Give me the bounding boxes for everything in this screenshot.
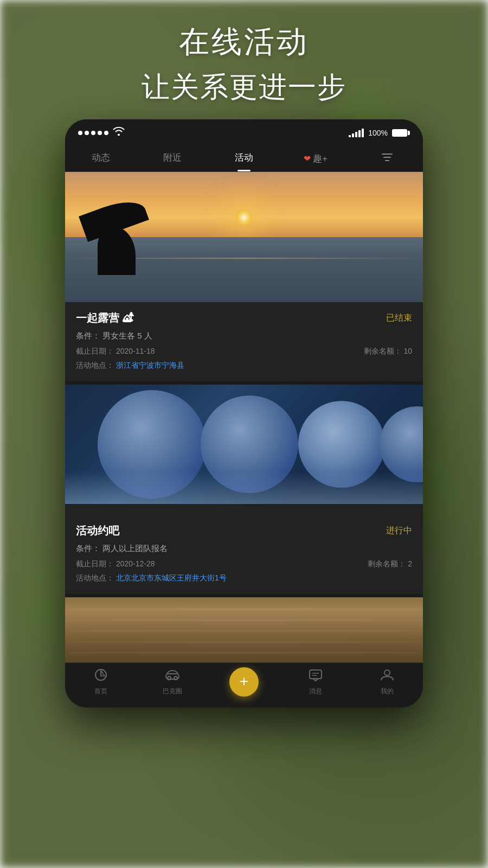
card1-title-row: 一起露营 🏕 已结束 [76, 311, 412, 326]
battery-percent: 100% [368, 129, 388, 137]
message-icon [309, 668, 323, 685]
sunset-sun [236, 209, 252, 226]
card2-remaining: 剩余名额： 2 [368, 559, 412, 569]
status-left [78, 127, 125, 138]
card1-location: 活动地点： 浙江省宁波市宁海县 [76, 361, 412, 371]
card1-remaining: 剩余名额： 10 [364, 347, 412, 356]
dot2 [85, 131, 89, 135]
nav-message-label: 消息 [309, 687, 322, 696]
card1-location-link[interactable]: 浙江省宁波市宁海县 [116, 361, 184, 369]
tab-fujin[interactable]: 附近 [137, 148, 208, 169]
nav-bakequan[interactable]: 巴克圈 [137, 668, 208, 696]
nav-home-label: 首页 [94, 687, 107, 696]
card2-deadline: 截止日期： 2020-12-28 [76, 559, 155, 569]
nav-tabs: 动态 附近 活动 ❤ 趣+ [65, 143, 423, 172]
card2-image [65, 385, 423, 515]
card2-location-link[interactable]: 北京北京市东城区王府井大街1号 [116, 573, 227, 582]
phone-container: 100% 动态 附近 活动 ❤ 趣+ [65, 119, 423, 707]
svg-point-12 [384, 670, 390, 675]
card2-condition: 条件： 两人以上团队报名 [76, 544, 412, 554]
nav-message[interactable]: 消息 [280, 668, 351, 696]
dot4 [98, 131, 102, 135]
title-line2: 让关系更进一步 [0, 68, 488, 106]
tab-qu-plus[interactable]: ❤ 趣+ [280, 148, 351, 169]
water-image [65, 597, 423, 662]
status-right: 100% [349, 129, 410, 137]
tab-dongtai-label: 动态 [92, 152, 110, 163]
signal-bars [349, 129, 364, 137]
tab-fujin-label: 附近 [163, 152, 182, 163]
activity-card-3-partial [65, 597, 423, 662]
nav-home[interactable]: 首页 [65, 668, 137, 696]
battery-tip [408, 131, 410, 135]
ripple5 [65, 652, 423, 654]
card1-info: 一起露营 🏕 已结束 条件： 男女生各 5 人 截止日期： 2020-11-18 [65, 302, 423, 381]
card3-image-partial [65, 597, 423, 662]
card1-meta: 截止日期： 2020-11-18 剩余名额： 10 [76, 347, 412, 356]
bar5 [362, 129, 364, 137]
tab-huodong-label: 活动 [235, 152, 253, 163]
ripple4 [65, 641, 423, 643]
card1-image [65, 172, 423, 302]
ripple3 [65, 630, 423, 632]
status-bar: 100% [65, 119, 423, 143]
home-icon [94, 668, 108, 685]
dot5 [104, 131, 108, 135]
card1-status: 已结束 [386, 312, 412, 324]
activity-card-2: 活动约吧 进行中 条件： 两人以上团队报名 截止日期： 2020-12-28 [65, 385, 423, 594]
nav-plus[interactable]: + [208, 667, 280, 697]
bar2 [352, 133, 354, 137]
activity-card-1: 一起露营 🏕 已结束 条件： 男女生各 5 人 截止日期： 2020-11-18 [65, 172, 423, 381]
tab-qu-plus-label: 趣+ [313, 152, 328, 165]
plus-button[interactable]: + [229, 667, 259, 697]
nav-bakequan-label: 巴克圈 [163, 687, 182, 696]
tab-huodong[interactable]: 活动 [208, 148, 280, 169]
content-area: 一起露营 🏕 已结束 条件： 男女生各 5 人 截止日期： 2020-11-18 [65, 172, 423, 662]
phone: 100% 动态 附近 活动 ❤ 趣+ [65, 119, 423, 707]
card2-location: 活动地点： 北京北京市东城区王府井大街1号 [76, 573, 412, 583]
nav-mine[interactable]: 我的 [351, 668, 423, 696]
nav-mine-label: 我的 [381, 687, 394, 696]
filter-icon [381, 154, 393, 165]
card1-condition: 条件： 男女生各 5 人 [76, 331, 412, 341]
svg-point-7 [168, 676, 171, 680]
ripple1 [65, 608, 423, 610]
card1-deadline: 截止日期： 2020-11-18 [76, 347, 155, 356]
bar1 [349, 135, 351, 137]
dot3 [91, 131, 95, 135]
sunset-image [65, 172, 423, 302]
card2-title: 活动约吧 [76, 524, 119, 538]
drip-effect [65, 471, 423, 504]
plus-icon: + [240, 674, 248, 689]
mine-icon [380, 668, 394, 685]
svg-marker-4 [101, 671, 105, 676]
dot1 [78, 131, 82, 135]
bottom-nav: 首页 巴克圈 + [65, 662, 423, 707]
heart-icon: ❤ [304, 154, 311, 164]
card1-title: 一起露营 🏕 [76, 311, 133, 326]
card2-meta: 截止日期： 2020-12-28 剩余名额： 2 [76, 559, 412, 569]
svg-rect-9 [310, 670, 322, 679]
title-line1: 在线活动 [0, 22, 488, 63]
ripple2 [65, 619, 423, 621]
wifi-icon [113, 127, 125, 138]
card2-info: 活动约吧 进行中 条件： 两人以上团队报名 截止日期： 2020-12-28 [65, 515, 423, 594]
bakequan-icon [165, 668, 180, 685]
card2-title-row: 活动约吧 进行中 [76, 524, 412, 538]
tab-dongtai[interactable]: 动态 [65, 148, 137, 169]
bar3 [355, 132, 357, 137]
bar4 [358, 130, 361, 137]
battery-icon [392, 129, 410, 137]
battery-body [392, 129, 407, 137]
title-section: 在线活动 让关系更进一步 [0, 22, 488, 106]
industrial-image [65, 385, 423, 504]
svg-point-8 [174, 676, 177, 680]
signal-dots [78, 131, 108, 135]
tab-filter[interactable] [351, 148, 423, 169]
card2-status: 进行中 [386, 525, 412, 537]
